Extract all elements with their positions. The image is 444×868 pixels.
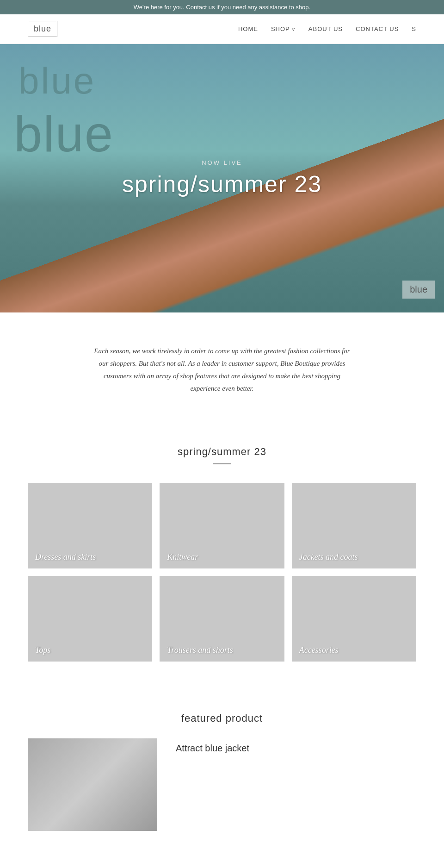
collection-item-trousers[interactable]: Trousers and shorts bbox=[160, 576, 284, 662]
hero-store-text-large: blue bbox=[14, 104, 114, 163]
collection-item-knitwear[interactable]: Knitwear bbox=[160, 483, 284, 568]
collection-item-dresses[interactable]: Dresses and skirts bbox=[28, 483, 152, 568]
hero-content: NOW LIVE spring/summer 23 bbox=[122, 159, 322, 198]
collection-item-label: Jackets and coats bbox=[299, 552, 358, 562]
featured-product-name: Attract blue jacket bbox=[176, 743, 416, 754]
collection-item-label: Accessories bbox=[299, 645, 339, 655]
collection-item-label: Tops bbox=[35, 645, 50, 655]
nav-about[interactable]: ABOUT US bbox=[308, 25, 343, 32]
hero-now-live: NOW LIVE bbox=[122, 159, 322, 166]
nav-shop[interactable]: SHOP ▿ bbox=[271, 25, 296, 32]
collections-grid: Dresses and skirts Knitwear Jackets and … bbox=[28, 483, 416, 662]
top-banner: We're here for you. Contact us if you ne… bbox=[0, 0, 444, 14]
header: blue HOME SHOP ▿ ABOUT US CONTACT US S bbox=[0, 14, 444, 44]
hero-section: blue blue NOW LIVE spring/summer 23 blue bbox=[0, 44, 444, 312]
featured-section: featured product Attract blue jacket bbox=[0, 689, 444, 845]
collection-item-accessories[interactable]: Accessories bbox=[292, 576, 416, 662]
collections-section: spring/summer 23 Dresses and skirts Knit… bbox=[0, 427, 444, 689]
description-section: Each season, we work tirelessly in order… bbox=[0, 312, 444, 427]
collections-divider bbox=[213, 463, 231, 464]
main-nav: HOME SHOP ▿ ABOUT US CONTACT US S bbox=[238, 25, 416, 32]
featured-title: featured product bbox=[28, 712, 416, 724]
hero-title: spring/summer 23 bbox=[122, 171, 322, 198]
collection-item-label: Knitwear bbox=[167, 552, 198, 562]
featured-product-img-placeholder bbox=[28, 738, 157, 831]
featured-product-image bbox=[28, 738, 157, 831]
chevron-down-icon: ▿ bbox=[292, 25, 296, 32]
nav-home[interactable]: HOME bbox=[238, 25, 258, 32]
nav-search[interactable]: S bbox=[412, 25, 416, 32]
collection-item-label: Trousers and shorts bbox=[167, 645, 233, 655]
collection-item-tops[interactable]: Tops bbox=[28, 576, 152, 662]
collections-title: spring/summer 23 bbox=[28, 446, 416, 458]
collection-item-label: Dresses and skirts bbox=[35, 552, 96, 562]
banner-text: We're here for you. Contact us if you ne… bbox=[134, 4, 310, 11]
logo[interactable]: blue bbox=[28, 21, 57, 37]
hero-corner-logo: blue bbox=[402, 281, 435, 299]
collection-item-jackets[interactable]: Jackets and coats bbox=[292, 483, 416, 568]
description-text: Each season, we work tirelessly in order… bbox=[92, 345, 352, 395]
nav-contact[interactable]: CONTACT US bbox=[356, 25, 399, 32]
featured-product-row: Attract blue jacket bbox=[28, 738, 416, 831]
hero-store-text-top: blue bbox=[18, 62, 96, 100]
featured-product-info: Attract blue jacket bbox=[176, 738, 416, 754]
